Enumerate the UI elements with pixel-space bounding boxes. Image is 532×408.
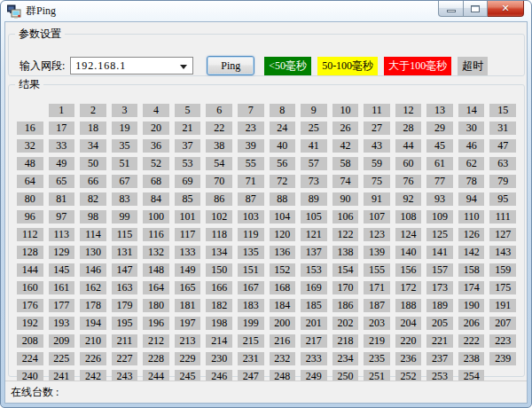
host-cell: 46 [458,139,485,153]
host-cell: 181 [175,299,201,312]
host-cell: 25 [301,122,327,135]
host-cell: 175 [489,281,516,294]
host-cell: 22 [206,122,232,135]
client-area: 参数设置 输入网段: 192.168.1 Ping <50毫秒 50-100毫秒… [4,21,528,404]
host-cell: 36 [143,139,169,153]
host-cell: 98 [80,210,106,224]
online-count-label: 在线台数 : [11,381,59,403]
host-cell: 113 [49,228,75,241]
host-cell: 169 [301,281,327,294]
host-cell: 74 [332,175,359,188]
host-cell: 61 [426,157,453,170]
host-cell: 76 [395,175,422,188]
host-cell: 129 [49,246,75,259]
results-groupbox: 结果 1234567891011121314151617181920212223… [8,77,525,377]
host-cell: 206 [458,317,485,330]
minimize-button[interactable] [438,1,464,17]
network-segment-combobox[interactable]: 192.168.1 [70,57,193,75]
host-cell: 53 [175,157,201,170]
host-cell: 83 [112,192,138,206]
host-cell: 146 [80,263,106,277]
host-cell: 65 [49,175,75,188]
host-cell: 120 [270,228,296,241]
host-cell: 16 [17,122,43,135]
host-cell: 105 [301,210,327,224]
host-cell: 78 [458,175,485,188]
host-cell: 27 [364,122,390,135]
maximize-button[interactable] [464,1,488,17]
close-button[interactable]: ✕ [488,1,524,17]
host-cell: 182 [206,299,232,312]
host-cell: 24 [270,122,296,135]
host-cell: 152 [270,263,296,277]
host-cell: 135 [238,246,264,259]
host-cell: 88 [270,192,296,206]
host-cell: 39 [238,139,264,153]
host-cell: 94 [458,192,485,206]
host-cell: 119 [238,228,264,241]
host-cell: 212 [143,334,169,348]
host-cell: 70 [206,175,232,188]
window-title: 群Ping [26,1,56,20]
host-cell: 3 [112,104,138,117]
host-cell: 198 [206,317,232,330]
host-cell: 227 [112,352,138,365]
host-cell: 220 [395,334,422,348]
host-cell: 72 [270,175,296,188]
app-window: 群Ping ✕ 参数设置 输入网段: 192.168.1 Ping <50毫秒 … [0,0,532,408]
host-cell: 237 [426,352,453,365]
host-cell: 51 [112,157,138,170]
host-cell: 86 [206,192,232,206]
host-cell: 81 [49,192,75,206]
dropdown-arrow-icon[interactable] [180,65,187,69]
host-cell: 140 [395,246,422,259]
host-cell: 40 [270,139,296,153]
host-cell: 233 [301,352,327,365]
host-cell: 95 [489,192,516,206]
host-cell: 79 [489,175,516,188]
host-cell: 172 [395,281,422,294]
host-cell: 196 [143,317,169,330]
host-cell: 161 [49,281,75,294]
host-cell: 56 [270,157,296,170]
host-cell: 159 [489,263,516,277]
maximize-icon [471,5,480,12]
combobox-value: 192.168.1 [71,59,126,73]
host-cell: 193 [49,317,75,330]
host-cell: 147 [112,263,138,277]
host-cell: 34 [80,139,106,153]
host-cell: 218 [332,334,359,348]
host-cell: 29 [426,122,453,135]
host-cell: 69 [175,175,201,188]
host-cell: 89 [301,192,327,206]
host-cell: 77 [426,175,453,188]
host-cell: 41 [301,139,327,153]
host-cell: 200 [270,317,296,330]
host-cell: 228 [143,352,169,365]
network-computers-icon[interactable] [7,4,21,19]
host-cell: 209 [49,334,75,348]
host-cell: 213 [175,334,201,348]
host-cell: 73 [301,175,327,188]
host-cell: 184 [270,299,296,312]
host-cell: 45 [426,139,453,153]
host-cell: 20 [143,122,169,135]
host-cell: 47 [489,139,516,153]
host-cell: 199 [238,317,264,330]
title-bar[interactable]: 群Ping ✕ [1,1,531,21]
host-cell: 112 [17,228,43,241]
host-cell: 125 [426,228,453,241]
host-cell: 48 [17,157,43,170]
ping-button[interactable]: Ping [207,56,254,75]
host-cell: 2 [80,104,106,117]
host-cell: 31 [489,122,516,135]
host-cell: 108 [395,210,422,224]
host-cell: 142 [458,246,485,259]
param-row: 输入网段: 192.168.1 Ping <50毫秒 50-100毫秒 大于10… [20,56,488,75]
host-cell: 37 [175,139,201,153]
host-cell: 151 [238,263,264,277]
host-cell: 54 [206,157,232,170]
legend-timeout: 超时 [458,57,488,75]
host-cell: 18 [80,122,106,135]
host-cell: 107 [364,210,390,224]
